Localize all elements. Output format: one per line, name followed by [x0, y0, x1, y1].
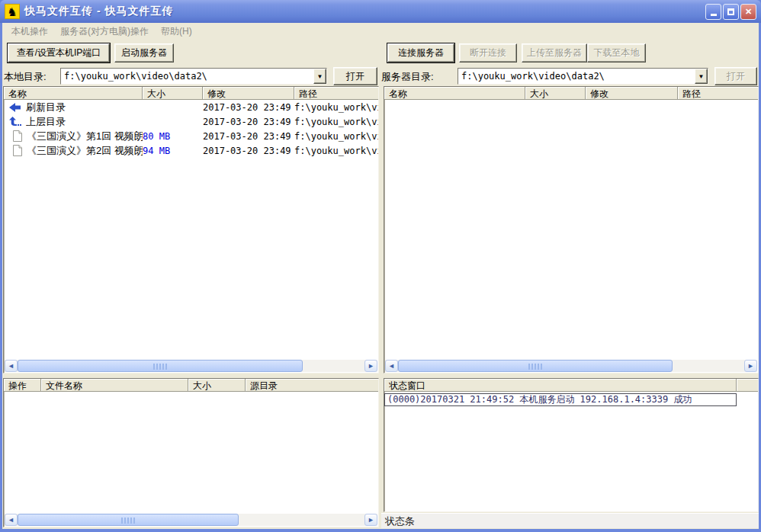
file-row[interactable]: 《三国演义》第2回 视频朗读 94 MB 2017-03-20 23:49 f:… — [4, 143, 378, 158]
status-log-entry[interactable]: (0000)20170321 21:49:52 本机服务启动 192.168.1… — [384, 393, 737, 406]
status-bar-text: 状态条 — [385, 514, 415, 528]
local-file-list: 名称 大小 修改 路径 刷新目录 2017-03-20 23:49 f:\you… — [3, 86, 379, 373]
column-header-status[interactable]: 状态窗口 — [384, 379, 737, 392]
minimize-icon — [711, 14, 717, 16]
column-header-stub — [737, 379, 758, 392]
column-header-path[interactable]: 路径 — [678, 87, 758, 100]
disconnect-button[interactable]: 断开连接 — [459, 43, 517, 62]
chevron-left-icon: ◄ — [8, 362, 14, 370]
column-header-modified[interactable]: 修改 — [203, 87, 294, 100]
queue-header: 操作 文件名称 大小 源目录 — [4, 379, 378, 392]
horse-app-icon: ♞ — [5, 4, 20, 19]
column-header-name[interactable]: 名称 — [384, 87, 525, 100]
menu-item-help[interactable]: 帮助(H) — [155, 24, 198, 40]
server-dir-combobox[interactable]: ▼ — [458, 68, 708, 85]
server-file-list: 名称 大小 修改 路径 ◄ ► — [384, 86, 759, 373]
server-dir-label: 服务器目录: — [381, 70, 434, 84]
column-header-modified[interactable]: 修改 — [586, 87, 678, 100]
window-body: 本机操作 服务器(对方电脑)操作 帮助(H) 查看/设置本机IP端口 启动服务器… — [2, 23, 759, 529]
chevron-left-icon: ◄ — [8, 516, 14, 524]
queue-hscrollbar[interactable]: ◄ ► — [5, 514, 377, 526]
minimize-button[interactable] — [705, 4, 721, 20]
column-header-source-dir[interactable]: 源目录 — [246, 379, 378, 392]
close-button[interactable]: ✕ — [740, 4, 756, 20]
transfer-queue-list: 操作 文件名称 大小 源目录 ◄ ► — [3, 378, 379, 527]
column-header-name[interactable]: 名称 — [4, 87, 143, 100]
refresh-dir-row[interactable]: 刷新目录 2017-03-20 23:49 f:\youku_work\vide — [4, 100, 378, 114]
parent-dir-row[interactable]: 上层目录 2017-03-20 23:49 f:\youku_work\vide — [4, 114, 378, 129]
maximize-button[interactable] — [723, 4, 739, 20]
scrollbar-left-arrow[interactable]: ◄ — [385, 360, 398, 372]
column-header-path[interactable]: 路径 — [294, 87, 378, 100]
chevron-right-icon: ► — [747, 362, 754, 370]
scrollbar-right-arrow[interactable]: ► — [364, 360, 377, 372]
local-dir-dropdown-button[interactable]: ▼ — [313, 69, 326, 84]
chevron-down-icon: ▼ — [317, 73, 323, 80]
chevron-left-icon: ◄ — [388, 362, 395, 370]
file-icon — [13, 130, 22, 142]
local-list-hscrollbar[interactable]: ◄ ► — [5, 360, 377, 372]
local-file-list-header: 名称 大小 修改 路径 — [4, 87, 378, 100]
chevron-right-icon: ► — [368, 362, 374, 370]
start-server-button[interactable]: 启动服务器 — [114, 43, 174, 62]
download-to-local-button[interactable]: 下载至本地 — [587, 43, 646, 62]
column-header-size[interactable]: 大小 — [525, 87, 586, 100]
status-window-header: 状态窗口 — [384, 379, 758, 392]
menu-item-local-ops[interactable]: 本机操作 — [5, 24, 54, 40]
server-dir-input[interactable] — [458, 69, 695, 84]
local-dir-label: 本地目录: — [4, 70, 47, 84]
column-header-size[interactable]: 大小 — [188, 379, 246, 392]
open-local-button[interactable]: 打开 — [333, 67, 377, 85]
column-header-size[interactable]: 大小 — [143, 87, 203, 100]
chevron-right-icon: ► — [368, 516, 374, 524]
view-ip-button[interactable]: 查看/设置本机IP端口 — [8, 43, 110, 62]
file-icon — [13, 145, 22, 156]
scrollbar-right-arrow[interactable]: ► — [744, 360, 757, 372]
scrollbar-left-arrow[interactable]: ◄ — [5, 514, 18, 526]
column-header-filename[interactable]: 文件名称 — [41, 379, 188, 392]
file-row[interactable]: 《三国演义》第1回 视频朗读 80 MB 2017-03-20 23:49 f:… — [4, 129, 378, 143]
menubar: 本机操作 服务器(对方电脑)操作 帮助(H) — [2, 23, 759, 40]
window-title: 快马文件互传 - 快马文件互传 — [24, 5, 173, 18]
refresh-arrow-icon — [9, 103, 21, 112]
titlebar[interactable]: ♞ 快马文件互传 - 快马文件互传 ✕ — [0, 0, 761, 23]
chevron-down-icon: ▼ — [698, 73, 705, 80]
local-dir-input[interactable] — [61, 69, 313, 84]
scrollbar-left-arrow[interactable]: ◄ — [5, 360, 18, 372]
local-dir-combobox[interactable]: ▼ — [60, 68, 327, 85]
scrollbar-thumb[interactable] — [18, 514, 239, 526]
menu-item-server-ops[interactable]: 服务器(对方电脑)操作 — [54, 24, 155, 40]
scrollbar-thumb[interactable] — [18, 360, 303, 372]
maximize-icon — [727, 8, 734, 15]
status-bar: 状态条 — [381, 513, 759, 528]
server-file-list-header: 名称 大小 修改 路径 — [384, 87, 758, 100]
server-list-hscrollbar[interactable]: ◄ ► — [385, 360, 757, 372]
column-header-operation[interactable]: 操作 — [4, 379, 41, 392]
close-icon: ✕ — [745, 7, 752, 17]
upload-to-server-button[interactable]: 上传至服务器 — [522, 43, 587, 62]
status-window: 状态窗口 (0000)20170321 21:49:52 本机服务启动 192.… — [384, 378, 759, 512]
scrollbar-thumb[interactable] — [398, 360, 673, 372]
scrollbar-right-arrow[interactable]: ► — [364, 514, 377, 526]
server-dir-dropdown-button[interactable]: ▼ — [695, 69, 708, 84]
up-folder-icon — [9, 117, 21, 127]
app-window: ♞ 快马文件互传 - 快马文件互传 ✕ 本机操作 服务器(对方电脑)操作 帮助(… — [0, 0, 761, 532]
open-server-button[interactable]: 打开 — [714, 67, 757, 85]
connect-server-button[interactable]: 连接服务器 — [387, 43, 454, 62]
